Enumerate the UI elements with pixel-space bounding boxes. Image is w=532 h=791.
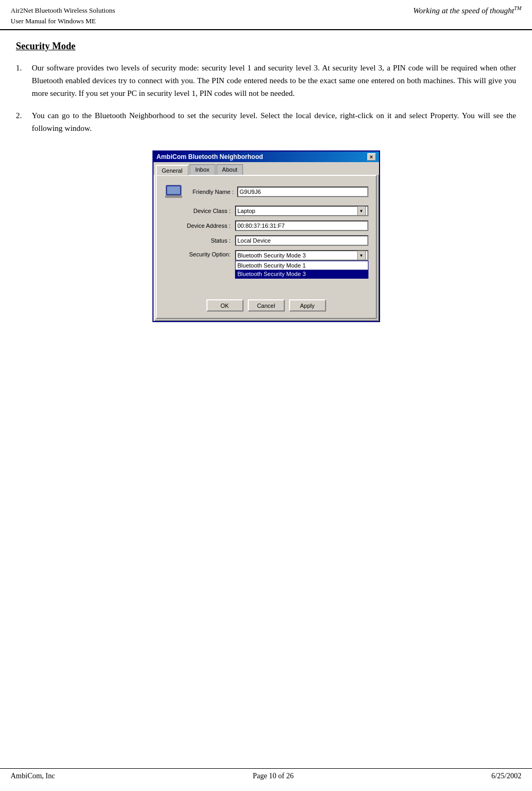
titlebar-buttons: × — [367, 153, 376, 161]
device-icon — [164, 182, 183, 201]
laptop-svg — [165, 184, 182, 199]
page-footer: AmbiCom, Inc Page 10 of 26 6/25/2002 — [0, 768, 532, 780]
status-label: Status : — [164, 237, 231, 244]
footer-page: Page 10 of 26 — [253, 772, 293, 780]
apply-button[interactable]: Apply — [289, 299, 326, 312]
device-class-row: Device Class : Laptop ▼ — [164, 206, 368, 216]
device-class-select-wrapper: Laptop ▼ — [235, 206, 368, 216]
device-class-display: Laptop ▼ — [235, 206, 368, 216]
dialog-container: AmbiCom Bluetooth Neighborhood × General… — [16, 150, 516, 322]
footer-date: 6/25/2002 — [491, 772, 521, 780]
cancel-button[interactable]: Cancel — [248, 299, 285, 312]
device-address-input[interactable] — [235, 220, 368, 231]
security-dropdown-list: Bluetooth Security Mode 1 Bluetooth Secu… — [235, 261, 368, 279]
header-product: User Manual for Windows ME — [11, 16, 115, 26]
list-item-1: 1. Our software provides two levels of s… — [16, 61, 516, 100]
win-dialog: AmbiCom Bluetooth Neighborhood × General… — [152, 150, 380, 322]
list-number-2: 2. — [16, 109, 32, 135]
svg-rect-1 — [167, 186, 180, 194]
security-option-row: Security Option: Bluetooth Security Mode… — [164, 250, 368, 261]
security-mode-1-option[interactable]: Bluetooth Security Mode 1 — [236, 261, 368, 270]
security-option-value: Bluetooth Security Mode 3 — [238, 252, 357, 259]
page-header: Air2Net Bluetooth Wireless Solutions Use… — [0, 0, 532, 30]
list-item-2: 2. You can go to the Bluetooth Neighborh… — [16, 109, 516, 135]
device-class-label: Device Class : — [164, 208, 231, 214]
dialog-title: AmbiCom Bluetooth Neighborhood — [157, 153, 263, 161]
security-dropdown-arrow-icon[interactable]: ▼ — [357, 251, 366, 260]
tab-general[interactable]: General — [156, 165, 188, 175]
dialog-titlebar: AmbiCom Bluetooth Neighborhood × — [154, 152, 379, 162]
security-option-label: Security Option: — [164, 251, 231, 257]
close-button[interactable]: × — [367, 153, 376, 161]
dialog-tabs: General Inbox About — [154, 162, 379, 175]
tab-inbox[interactable]: Inbox — [190, 164, 215, 175]
security-mode-3-option[interactable]: Bluetooth Security Mode 3 — [236, 270, 368, 278]
friendly-name-input[interactable] — [237, 186, 368, 197]
device-class-value: Laptop — [238, 208, 357, 214]
status-input[interactable] — [235, 235, 368, 246]
header-tagline: Working at the speed of thoughtTM — [413, 5, 521, 15]
list-text-2: You can go to the Bluetooth Neighborhood… — [32, 109, 516, 135]
ok-button[interactable]: OK — [206, 299, 244, 312]
friendly-name-label: Friendly Name : — [186, 189, 234, 195]
list-number-1: 1. — [16, 61, 32, 100]
security-dropdown-header[interactable]: Bluetooth Security Mode 3 ▼ — [235, 250, 368, 261]
device-class-dropdown-arrow[interactable]: ▼ — [357, 206, 366, 216]
tab-content-general: Friendly Name : Device Class : Laptop ▼ — [156, 175, 377, 319]
svg-rect-2 — [165, 195, 182, 198]
device-address-row: Device Address : — [164, 220, 368, 231]
security-option-wrapper: Bluetooth Security Mode 3 ▼ Bluetooth Se… — [235, 250, 368, 261]
list-text-1: Our software provides two levels of secu… — [32, 61, 516, 100]
footer-company: AmbiCom, Inc — [11, 772, 55, 780]
device-address-label: Device Address : — [164, 223, 231, 229]
header-company: Air2Net Bluetooth Wireless Solutions — [11, 5, 115, 16]
friendly-name-row: Friendly Name : — [164, 182, 368, 201]
header-left: Air2Net Bluetooth Wireless Solutions Use… — [11, 5, 115, 26]
section-heading: Security Mode — [16, 41, 516, 52]
page-content: Security Mode 1. Our software provides t… — [0, 30, 532, 349]
status-row: Status : — [164, 235, 368, 246]
tab-about[interactable]: About — [217, 164, 244, 175]
dialog-buttons: OK Cancel Apply — [164, 299, 368, 312]
